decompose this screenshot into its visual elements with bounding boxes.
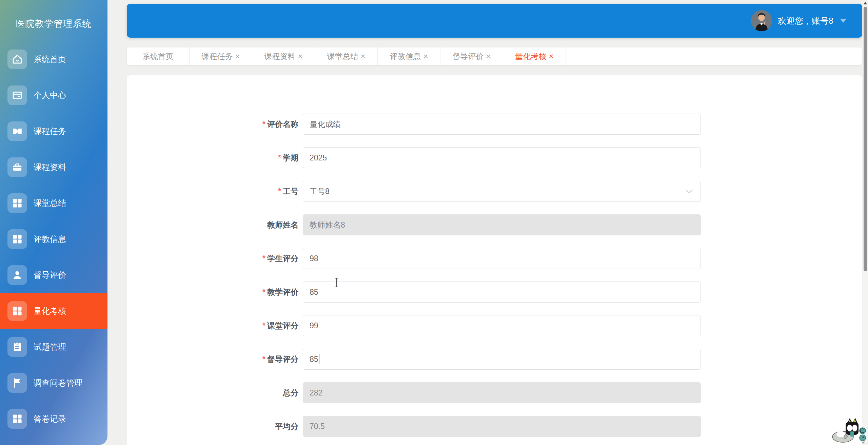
mouse-ibeam-cursor bbox=[334, 277, 339, 289]
required-marker: * bbox=[262, 254, 265, 263]
form-row: 教师姓名 教师姓名8 bbox=[127, 214, 862, 235]
scroll-up-arrow-icon[interactable] bbox=[864, 2, 867, 4]
sidebar-item-label: 课程任务 bbox=[34, 126, 66, 137]
tab-supervisor-evaluation[interactable]: 督导评价 × bbox=[440, 47, 503, 65]
content-panel: *评价名称 量化成绩 *学期 2025 *工号 工号8 教师姓名 教师姓名8 *… bbox=[127, 75, 862, 445]
tab-home[interactable]: 系统首页 bbox=[127, 47, 190, 65]
sidebar-item-question-management[interactable]: 试题管理 bbox=[0, 329, 107, 365]
briefcase-icon bbox=[7, 157, 27, 177]
sidebar-item-label: 量化考核 bbox=[34, 306, 66, 316]
user-menu[interactable]: 欢迎您，账号8 bbox=[751, 10, 847, 31]
field-label: 课堂评分 bbox=[267, 321, 298, 330]
field-label: 总分 bbox=[283, 388, 298, 397]
close-icon[interactable]: × bbox=[423, 52, 428, 60]
grid-icon bbox=[7, 301, 27, 321]
field-label: 评价名称 bbox=[267, 120, 298, 129]
tab-course-materials[interactable]: 课程资料 × bbox=[252, 47, 315, 65]
required-marker: * bbox=[278, 153, 281, 162]
sidebar-item-home[interactable]: 系统首页 bbox=[0, 41, 107, 77]
sidebar-item-label: 个人中心 bbox=[34, 90, 66, 101]
sidebar-item-label: 试题管理 bbox=[34, 342, 66, 352]
sidebar-item-evaluation-info[interactable]: 评教信息 bbox=[0, 221, 107, 257]
app-title: 医院教学管理系统 bbox=[0, 0, 107, 30]
supervisor-score-input[interactable]: 85 bbox=[303, 349, 701, 370]
mascot-pet-widget[interactable] bbox=[831, 413, 867, 445]
form-row: *学生评分 98 bbox=[127, 248, 862, 269]
field-label: 工号 bbox=[283, 187, 298, 196]
text-caret bbox=[319, 354, 319, 364]
grid-icon bbox=[7, 409, 27, 429]
tab-evaluation-info[interactable]: 评教信息 × bbox=[378, 47, 440, 65]
sidebar-item-quantitative-assessment[interactable]: 量化考核 bbox=[0, 293, 107, 329]
tab-class-summary[interactable]: 课堂总结 × bbox=[315, 47, 378, 65]
sidebar-item-class-summary[interactable]: 课堂总结 bbox=[0, 185, 107, 221]
form-row: 平均分 70.5 bbox=[127, 416, 862, 437]
required-marker: * bbox=[262, 355, 265, 364]
scrollbar-thumb[interactable] bbox=[864, 7, 867, 271]
total-score-input: 282 bbox=[303, 382, 701, 403]
close-icon[interactable]: × bbox=[298, 52, 302, 60]
close-icon[interactable]: × bbox=[235, 52, 240, 60]
tab-quantitative-assessment[interactable]: 量化考核 × bbox=[503, 47, 566, 65]
field-label: 平均分 bbox=[275, 422, 298, 431]
form-row: *教学评价 85 bbox=[127, 282, 862, 303]
form-row: *工号 工号8 bbox=[127, 181, 862, 202]
top-header: 欢迎您，账号8 bbox=[127, 4, 862, 38]
sidebar-menu: 系统首页 个人中心 课程任务 课程资料 课堂总结 bbox=[0, 41, 107, 437]
sidebar: 医院教学管理系统 系统首页 个人中心 课程任务 课程资料 bbox=[0, 0, 107, 445]
sidebar-item-label: 调查问卷管理 bbox=[34, 378, 82, 388]
teaching-evaluation-input[interactable]: 85 bbox=[303, 282, 701, 303]
employee-id-select[interactable]: 工号8 bbox=[303, 181, 701, 202]
required-marker: * bbox=[262, 321, 265, 330]
sidebar-item-label: 课堂总结 bbox=[34, 198, 66, 209]
sidebar-item-label: 系统首页 bbox=[34, 54, 66, 65]
sidebar-item-survey-management[interactable]: 调查问卷管理 bbox=[0, 365, 107, 401]
teacher-name-input: 教师姓名8 bbox=[303, 214, 701, 235]
required-marker: * bbox=[262, 120, 265, 129]
sidebar-item-label: 督导评价 bbox=[34, 270, 66, 280]
welcome-text: 欢迎您，账号8 bbox=[778, 15, 833, 26]
semester-input[interactable]: 2025 bbox=[303, 147, 701, 168]
tab-bar: 系统首页 课程任务 × 课程资料 × 课堂总结 × 评教信息 × 督导评价 × … bbox=[127, 47, 862, 65]
form-row: 总分 282 bbox=[127, 382, 862, 403]
home-icon bbox=[7, 50, 27, 69]
close-icon[interactable]: × bbox=[360, 52, 365, 60]
chevron-down-icon bbox=[686, 187, 693, 196]
required-marker: * bbox=[262, 288, 265, 296]
field-label: 学生评分 bbox=[267, 254, 298, 263]
caret-down-icon bbox=[840, 19, 847, 23]
sidebar-item-answer-records[interactable]: 答卷记录 bbox=[0, 401, 107, 437]
required-marker: * bbox=[278, 187, 281, 196]
close-icon[interactable]: × bbox=[486, 52, 491, 60]
sidebar-item-course-materials[interactable]: 课程资料 bbox=[0, 149, 107, 185]
average-score-input: 70.5 bbox=[303, 416, 701, 437]
sidebar-item-profile[interactable]: 个人中心 bbox=[0, 77, 107, 113]
clipboard-icon bbox=[7, 337, 27, 357]
sidebar-item-label: 答卷记录 bbox=[34, 413, 66, 424]
form-row: *学期 2025 bbox=[127, 147, 862, 168]
ticket-icon bbox=[7, 121, 27, 141]
field-label: 督导评分 bbox=[267, 355, 298, 364]
class-score-input[interactable]: 99 bbox=[303, 315, 701, 336]
tab-course-tasks[interactable]: 课程任务 × bbox=[190, 47, 252, 65]
form-row: *督导评分 85 bbox=[127, 349, 862, 370]
field-label: 教师姓名 bbox=[267, 220, 298, 229]
sidebar-item-supervisor-evaluation[interactable]: 督导评价 bbox=[0, 257, 107, 293]
sidebar-item-course-tasks[interactable]: 课程任务 bbox=[0, 113, 107, 149]
student-score-input[interactable]: 98 bbox=[303, 248, 701, 269]
field-label: 学期 bbox=[283, 153, 298, 162]
assessment-form: *评价名称 量化成绩 *学期 2025 *工号 工号8 教师姓名 教师姓名8 *… bbox=[127, 75, 862, 437]
grid-icon bbox=[7, 229, 27, 249]
flag-icon bbox=[7, 373, 27, 393]
user-avatar[interactable] bbox=[751, 10, 772, 31]
close-icon[interactable]: × bbox=[549, 52, 553, 60]
form-row: *评价名称 量化成绩 bbox=[127, 114, 862, 135]
grid-icon bbox=[7, 193, 27, 213]
field-label: 教学评价 bbox=[267, 288, 298, 296]
sidebar-item-label: 评教信息 bbox=[34, 234, 66, 245]
user-icon bbox=[7, 265, 27, 285]
sidebar-item-label: 课程资料 bbox=[34, 162, 66, 173]
form-row: *课堂评分 99 bbox=[127, 315, 862, 336]
evaluation-name-input[interactable]: 量化成绩 bbox=[303, 114, 701, 135]
scrollbar[interactable] bbox=[863, 0, 868, 445]
